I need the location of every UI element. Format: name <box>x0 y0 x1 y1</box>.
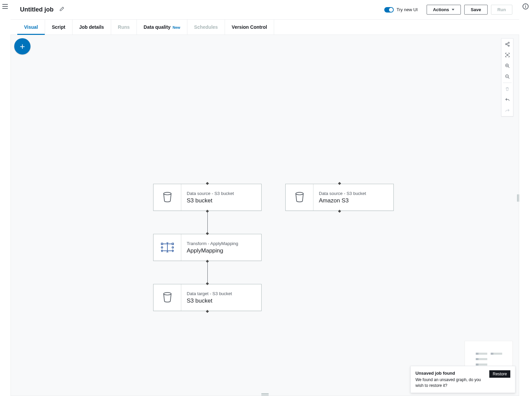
svg-point-19 <box>163 292 171 295</box>
svg-point-1 <box>505 43 507 45</box>
caret-down-icon <box>452 9 454 10</box>
canvas-toolbar <box>501 38 513 116</box>
job-header: Untitled job Try new UI Actions Save Run <box>11 0 519 20</box>
node-title: ApplyMapping <box>187 247 256 254</box>
run-button: Run <box>491 5 512 15</box>
trash-icon <box>502 84 513 94</box>
menu-icon[interactable] <box>2 4 8 9</box>
svg-rect-10 <box>172 243 173 245</box>
restore-button[interactable]: Restore <box>489 370 510 378</box>
mapping-icon <box>154 234 181 261</box>
redo-icon <box>502 105 513 116</box>
try-new-ui-toggle[interactable] <box>384 7 394 13</box>
svg-point-6 <box>163 192 171 195</box>
zoom-out-icon[interactable] <box>502 71 513 82</box>
tab-label: Version Control <box>232 24 267 30</box>
info-icon[interactable]: i <box>523 3 529 9</box>
try-new-ui-label: Try new UI <box>396 7 417 12</box>
tab-label: Script <box>52 24 65 30</box>
node-type-label: Transform - ApplyMapping <box>187 241 256 246</box>
bucket-icon <box>154 284 181 311</box>
tab-script[interactable]: Script <box>45 20 73 35</box>
tab-label: Schedules <box>194 24 218 30</box>
unsaved-toast: Unsaved job found We found an unsaved gr… <box>410 366 515 393</box>
node-type-label: Data target - S3 bucket <box>187 291 256 296</box>
node-n4[interactable]: Data target - S3 bucketS3 bucket <box>153 284 262 311</box>
tab-label: Job details <box>79 24 104 30</box>
bucket-icon <box>154 184 181 211</box>
tab-schedules: Schedules <box>187 20 225 35</box>
tab-data-quality[interactable]: Data qualityNew <box>137 20 187 35</box>
node-n3[interactable]: Transform - ApplyMappingApplyMapping <box>153 234 262 261</box>
toast-title: Unsaved job found <box>415 370 486 376</box>
tab-label: Visual <box>24 24 38 30</box>
node-title: S3 bucket <box>187 197 256 204</box>
right-resize-handle[interactable] <box>517 194 519 202</box>
tab-label: Runs <box>118 24 130 30</box>
new-badge: New <box>172 25 180 29</box>
canvas[interactable]: + <box>11 35 519 396</box>
canvas-background <box>11 35 519 396</box>
tab-version-control[interactable]: Version Control <box>225 20 274 35</box>
actions-button[interactable]: Actions <box>427 5 461 15</box>
node-title: S3 bucket <box>187 298 256 304</box>
toast-body: We found an unsaved graph, do you wish t… <box>415 377 486 389</box>
tab-label: Data quality <box>144 24 170 30</box>
bottom-resize-handle[interactable] <box>261 393 269 395</box>
node-type-label: Data source - S3 bucket <box>319 191 388 196</box>
undo-icon[interactable] <box>502 94 513 105</box>
save-button[interactable]: Save <box>464 5 487 15</box>
svg-rect-3 <box>507 54 508 56</box>
tab-job-details[interactable]: Job details <box>73 20 111 35</box>
edit-title-icon[interactable] <box>59 6 64 13</box>
bucket-icon <box>286 184 313 211</box>
node-n2[interactable]: Data source - S3 bucketAmazon S3 <box>285 184 394 211</box>
page-title: Untitled job <box>20 6 54 13</box>
svg-point-0 <box>508 42 509 43</box>
add-node-button[interactable]: + <box>14 38 30 54</box>
svg-point-2 <box>508 45 509 46</box>
tabs-row: VisualScriptJob detailsRunsData qualityN… <box>11 20 519 35</box>
svg-point-11 <box>172 247 173 248</box>
svg-rect-8 <box>161 243 163 245</box>
tab-runs: Runs <box>111 20 137 35</box>
share-icon[interactable] <box>502 39 513 49</box>
svg-point-7 <box>295 192 303 195</box>
node-title: Amazon S3 <box>319 197 388 204</box>
fit-view-icon[interactable] <box>502 49 513 60</box>
svg-point-9 <box>161 247 163 248</box>
tab-visual[interactable]: Visual <box>17 20 45 35</box>
node-n1[interactable]: Data source - S3 bucketS3 bucket <box>153 184 262 211</box>
zoom-in-icon[interactable] <box>502 60 513 71</box>
node-type-label: Data source - S3 bucket <box>187 191 256 196</box>
